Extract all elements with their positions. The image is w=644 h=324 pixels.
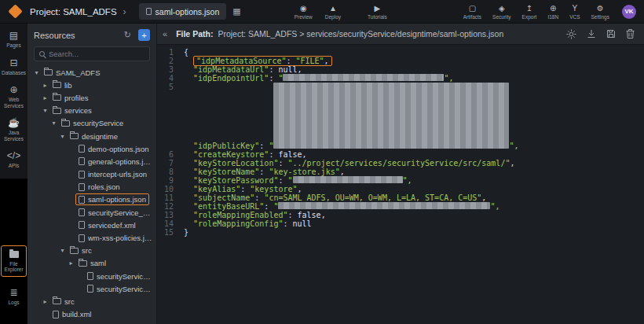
topbar-action-label: Preview	[295, 14, 313, 20]
chevron-down-icon[interactable]: ▾	[58, 247, 67, 254]
tree-item-profiles[interactable]: ▸profiles	[27, 91, 156, 104]
tree-item-label: intercept-urls.json	[88, 170, 147, 179]
tree-item-general-options.json[interactable]: general-options.json	[27, 155, 156, 168]
tree-item-inner: src	[67, 245, 95, 256]
tree-item-label: saml	[90, 259, 106, 267]
rail-item-databases[interactable]: ⊟Databases	[0, 53, 27, 81]
chevron-down-icon[interactable]: ▾	[41, 107, 49, 114]
topbar-action-tutorials[interactable]: ▶Tutorials	[363, 4, 392, 20]
rail-item-web-services[interactable]: ⊕Web Services	[0, 80, 27, 113]
tree-item-lib[interactable]: ▸lib	[27, 79, 156, 91]
line-number: 4	[157, 74, 179, 83]
code-line-content: "keyStoreLocation": "../project/services…	[179, 159, 514, 168]
chevron-down-icon[interactable]: ▾	[58, 133, 67, 140]
project-label[interactable]: Project: SAML_ADFS	[30, 7, 117, 17]
tree-item-servicedef.xml[interactable]: servicedef.xml	[27, 219, 156, 231]
refresh-icon[interactable]: ↻	[124, 30, 131, 40]
rail-item-pages[interactable]: ▤Pages	[0, 26, 27, 53]
folder-icon	[53, 82, 61, 88]
line-number: 2	[157, 57, 179, 65]
add-resource-button[interactable]: +	[138, 29, 150, 41]
topbar-action-export[interactable]: ↥Export	[518, 4, 542, 20]
rail-item-java-services[interactable]: ☕Java Services	[0, 113, 27, 146]
tree-item-inner: saml-options.json	[75, 193, 149, 205]
app-logo-icon[interactable]	[8, 4, 22, 18]
tree-item-securityService_API.json[interactable]: securityService_API.json	[27, 206, 156, 219]
topbar-action-deploy[interactable]: ▲Deploy	[320, 4, 346, 20]
line-number: 5	[157, 83, 179, 150]
main-area: « File Path: Project: SAML_ADFS > servic…	[157, 24, 644, 324]
topbar-action-artifacts[interactable]: ▢Artifacts	[459, 4, 486, 20]
delete-icon[interactable]	[626, 29, 635, 39]
topbar-action-label: Tutorials	[368, 14, 387, 20]
search-input[interactable]	[49, 50, 145, 58]
tree-item-demo-options.json[interactable]: demo-options.json	[27, 142, 156, 155]
app-window: Project: SAML_ADFS › saml-options.json ▦…	[0, 0, 644, 324]
open-file-tab[interactable]: saml-options.json	[139, 3, 227, 20]
tree-item-securityService.spring.xml[interactable]: securityService.spring.xml	[27, 282, 156, 295]
body-row: ▤Pages⊟Databases⊕Web Services☕Java Servi…	[0, 24, 644, 324]
tree-item-saml[interactable]: ▸saml	[27, 257, 156, 270]
file-actions	[566, 29, 635, 39]
collapse-panel-icon[interactable]: «	[163, 29, 167, 39]
file-path-value: Project: SAML_ADFS > services/securitySe…	[218, 29, 503, 39]
rail-item-file-explorer[interactable]: File Explorer	[1, 245, 27, 277]
topbar-action-security[interactable]: ◈Security	[488, 4, 515, 20]
redacted-value	[283, 74, 444, 81]
grid-icon[interactable]: ▦	[232, 6, 240, 17]
chevron-right-icon[interactable]: ▸	[67, 260, 75, 267]
tree-item-build.xml[interactable]: build.xml	[27, 308, 156, 321]
rail-item-apis[interactable]: </>APIs	[0, 146, 27, 174]
tutorials-icon: ▶	[375, 4, 381, 13]
tree-item-SAML_ADFS[interactable]: ▾SAML_ADFS	[27, 66, 156, 79]
avatar[interactable]: VK	[622, 5, 636, 19]
chevron-right-icon[interactable]: ▸	[41, 94, 49, 101]
file-icon	[146, 8, 152, 15]
tree-item-label: designtime	[82, 132, 118, 141]
settings-icon[interactable]	[566, 29, 576, 39]
code-editor[interactable]: 1{2 "idpMetadataSource": "FILE",3 "idpMe…	[157, 45, 644, 324]
topbar-action-preview[interactable]: ◉Preview	[290, 4, 317, 20]
topbar-action-i18n[interactable]: ⊕I18N	[543, 4, 563, 20]
rail-item-logs[interactable]: ≣Logs	[0, 283, 27, 311]
logs-icon: ≣	[9, 288, 17, 298]
chevron-right-icon[interactable]: ▸	[41, 82, 49, 89]
file-icon	[87, 285, 93, 293]
tree-item-src[interactable]: ▸src	[27, 295, 156, 307]
code-line-13: 13 "roleMappingEnabled": false,	[157, 211, 644, 219]
tree-item-services[interactable]: ▾services	[27, 105, 156, 117]
code-line-content: "entityBaseURL": "",	[179, 202, 499, 211]
code-lines: 1{2 "idpMetadataSource": "FILE",3 "idpMe…	[157, 48, 644, 237]
line-number: 12	[157, 202, 179, 211]
tree-item-roles.json[interactable]: roles.json	[27, 181, 156, 193]
export-icon: ↥	[526, 4, 532, 13]
tree-item-securityService[interactable]: ▾securityService	[27, 117, 156, 130]
download-icon[interactable]	[587, 29, 596, 39]
redacted-value	[273, 83, 509, 149]
topbar-action-vcs[interactable]: YVCS	[565, 4, 584, 20]
search-box	[34, 46, 150, 61]
rail-item-label: Web Services	[1, 97, 27, 109]
tree-item-src[interactable]: ▾src	[27, 245, 156, 257]
tree-item-label: lib	[64, 81, 72, 90]
topbar-action-settings[interactable]: ⚙Settings	[587, 4, 615, 20]
tree-item-designtime[interactable]: ▾designtime	[27, 130, 156, 142]
rail-item-label: Java Services	[1, 130, 27, 142]
tree-item-inner: wm-xss-policies.json	[75, 232, 156, 244]
tree-item-inner: intercept-urls.json	[75, 168, 150, 180]
chevron-down-icon[interactable]: ▾	[49, 120, 58, 127]
chevron-down-icon[interactable]: ▾	[32, 69, 41, 76]
chevron-right-icon[interactable]: ▸	[41, 298, 49, 305]
tree-item-wm-xss-policies.json[interactable]: wm-xss-policies.json	[27, 231, 156, 244]
topbar-action-label: Artifacts	[463, 14, 481, 20]
file-icon	[79, 183, 85, 191]
code-line-4: 4 "idpEndpointUrl": "",	[157, 74, 644, 83]
tree-item-inner: services	[49, 105, 95, 116]
tree-item-intercept-urls.json[interactable]: intercept-urls.json	[27, 168, 156, 181]
tree-item-saml-options.json[interactable]: saml-options.json	[27, 193, 156, 206]
tree-item-securityService.properties[interactable]: securityService.properties	[27, 270, 156, 282]
save-icon[interactable]	[606, 29, 616, 39]
rail-item-label: Pages	[6, 42, 20, 49]
web-services-icon: ⊕	[9, 85, 17, 95]
rail-item-label: Databases	[2, 70, 26, 76]
